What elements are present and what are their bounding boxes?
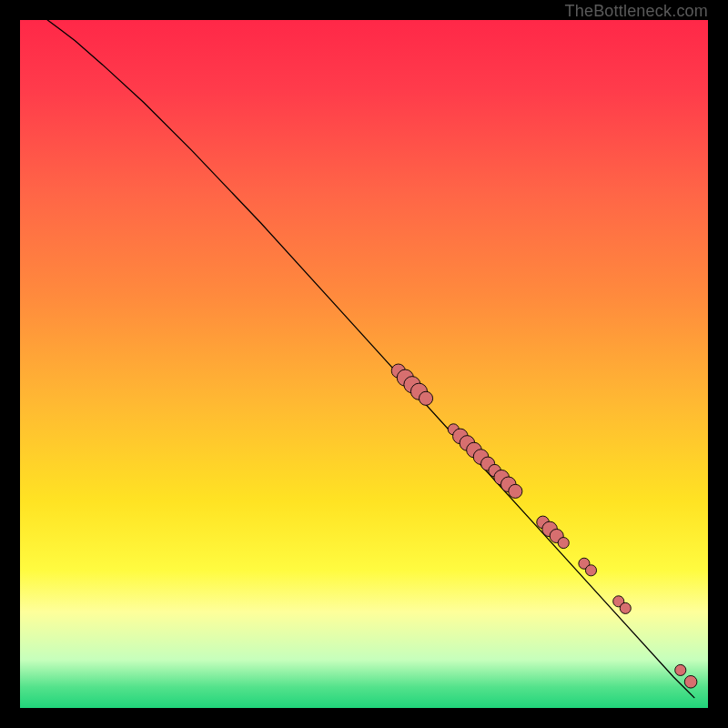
chart-frame: TheBottleneck.com xyxy=(0,0,728,728)
data-point xyxy=(585,565,596,576)
plot-area xyxy=(20,20,708,708)
data-point xyxy=(675,664,686,675)
data-point xyxy=(509,484,522,498)
chart-svg xyxy=(20,20,708,708)
trend-curve xyxy=(47,20,694,698)
data-point xyxy=(620,602,631,613)
data-point xyxy=(684,675,697,688)
data-point xyxy=(558,538,569,549)
attribution-text: TheBottleneck.com xyxy=(565,2,708,21)
data-markers xyxy=(391,364,697,688)
data-point xyxy=(419,391,432,405)
